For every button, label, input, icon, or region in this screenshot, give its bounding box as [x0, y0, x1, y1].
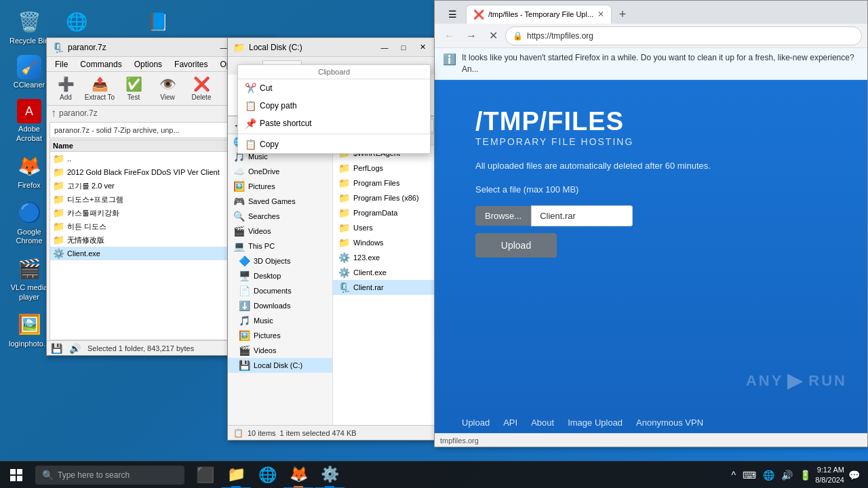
- zip-menu-file[interactable]: File: [50, 58, 73, 70]
- browser-sidebar-button[interactable]: ☰: [440, 5, 465, 24]
- browser-window: ☰ ❌ /tmp/files - Temporary File Upl... ✕…: [434, 0, 868, 447]
- copy-menu-item[interactable]: 📋 Copy: [238, 136, 430, 153]
- forward-button[interactable]: →: [462, 26, 481, 45]
- taskbar-firefox[interactable]: 🦊: [283, 462, 313, 489]
- zip-add-button[interactable]: ➕ Add: [50, 74, 82, 104]
- tab-title: /tmp/files - Temporary File Upl...: [488, 10, 593, 18]
- sidebar-item-3d-objects[interactable]: 🔷 3D Objects: [228, 253, 332, 268]
- word-icon[interactable]: 📘: [141, 5, 175, 38]
- explorer-maximize-button[interactable]: □: [395, 41, 412, 54]
- table-row[interactable]: ⚙️ Client.exe: [333, 265, 437, 280]
- zip-menu-options[interactable]: Options: [129, 58, 167, 70]
- footer-api-link[interactable]: API: [503, 418, 517, 428]
- loginphoto-label: loginphoto...: [9, 340, 50, 348]
- zip-up-button[interactable]: ↑: [51, 107, 56, 119]
- taskbar-anyrun[interactable]: ⚙️: [315, 462, 344, 489]
- zip-extract-button[interactable]: 📤 Extract To: [83, 74, 116, 104]
- sidebar-item-saved-games[interactable]: 🎮 Saved Games: [228, 194, 332, 209]
- table-row[interactable]: 📁 ProgramData: [333, 205, 437, 220]
- cut-menu-item[interactable]: ✂️ Cut: [238, 79, 430, 97]
- select-file-label: Select a file (max 100 MB): [475, 184, 633, 195]
- sidebar-item-this-pc[interactable]: 💻 This PC: [228, 239, 332, 253]
- folder-icon: 📁: [338, 192, 350, 203]
- recycle-bin-label: Recycle Bin: [9, 37, 49, 45]
- footer-image-upload-link[interactable]: Image Upload: [568, 418, 623, 428]
- sidebar-item-videos2[interactable]: 🎬 Videos: [228, 343, 332, 358]
- browser-active-tab[interactable]: ❌ /tmp/files - Temporary File Upl... ✕: [466, 5, 612, 24]
- sidebar-item-videos[interactable]: 🎬 Videos: [228, 224, 332, 239]
- edge-taskbar-icon[interactable]: 🌐: [60, 5, 94, 38]
- zip-test-button[interactable]: ✅ Test: [117, 74, 150, 104]
- start-button[interactable]: [0, 462, 33, 489]
- clipboard-popup: Clipboard ✂️ Cut 📋 Copy path 📌 Paste sho…: [237, 64, 431, 154]
- folder-icon: 📁: [53, 180, 64, 191]
- sidebar-item-pictures[interactable]: 🖼️ Pictures: [228, 179, 332, 194]
- explorer-minimize-button[interactable]: —: [376, 41, 393, 54]
- copy-path-label: Copy path: [260, 101, 423, 110]
- sidebar-item-music2[interactable]: 🎵 Music: [228, 313, 332, 328]
- notification-icon[interactable]: 💬: [847, 470, 861, 481]
- footer-vpn-link[interactable]: Anonymous VPN: [636, 418, 703, 428]
- taskbar-search-box[interactable]: 🔍: [35, 466, 184, 485]
- page-title: /TMP/FILES: [475, 107, 624, 136]
- reload-stop-button[interactable]: ✕: [484, 26, 502, 45]
- explorer-title-bar: 📁 Local Disk (C:) — □ ✕: [228, 38, 437, 57]
- table-row[interactable]: 📁 Program Files: [333, 176, 437, 190]
- vlc-label: VLC media player: [8, 283, 50, 301]
- taskbar-file-explorer[interactable]: 📁: [221, 462, 251, 489]
- new-tab-button[interactable]: +: [613, 5, 632, 24]
- explorer-files: Name 📁 $WinREAgent 📁 PerfLogs 📁 Program …: [333, 134, 437, 425]
- table-row[interactable]: 🗜️ Client.rar: [333, 280, 437, 295]
- chrome-label: Google Chrome: [8, 228, 50, 245]
- sidebar-item-searches[interactable]: 🔍 Searches: [228, 209, 332, 224]
- copy-path-menu-item[interactable]: 📋 Copy path: [238, 97, 430, 115]
- taskbar-task-view[interactable]: ⬛: [190, 462, 220, 489]
- taskbar-edge[interactable]: 🌐: [252, 462, 282, 489]
- volume-icon[interactable]: 🔊: [780, 470, 794, 481]
- desktop-folder-icon: 🖥️: [239, 270, 250, 281]
- table-row[interactable]: 📁 Windows: [333, 235, 437, 250]
- sidebar-item-pictures2[interactable]: 🖼️ Pictures: [228, 328, 332, 343]
- table-row[interactable]: 📁 Users: [333, 220, 437, 235]
- footer-about-link[interactable]: About: [531, 418, 554, 428]
- paste-shortcut-icon: 📌: [245, 118, 256, 129]
- zip-test-label: Test: [127, 94, 140, 101]
- sidebar-item-downloads[interactable]: ⬇️ Downloads: [228, 298, 332, 313]
- table-row[interactable]: 📁 PerfLogs: [333, 161, 437, 176]
- sidebar-item-documents[interactable]: 📄 Documents: [228, 283, 332, 298]
- folder-icon: 📁: [53, 235, 64, 245]
- explorer-close-button[interactable]: ✕: [414, 41, 431, 54]
- file-name: Users: [353, 224, 431, 232]
- system-clock[interactable]: 9:12 AM 8/8/2024: [815, 465, 844, 485]
- folder-icon: 📁: [338, 222, 350, 233]
- sidebar-item-local-disk[interactable]: 💾 Local Disk (C:): [228, 358, 332, 373]
- network-icon[interactable]: 🌐: [762, 470, 776, 481]
- search-input[interactable]: [58, 470, 166, 480]
- cut-icon: ✂️: [245, 83, 256, 94]
- firefox-label: Firefox: [18, 181, 41, 190]
- zip-view-label: View: [160, 94, 175, 101]
- documents-icon: 📄: [239, 285, 250, 296]
- sidebar-item-onedrive[interactable]: ☁️ OneDrive: [228, 164, 332, 179]
- browse-button[interactable]: Browse...: [475, 206, 531, 226]
- zip-delete-button[interactable]: ❌ Delete: [185, 74, 218, 104]
- back-button[interactable]: ←: [440, 26, 459, 45]
- zip-view-button[interactable]: 👁️ View: [151, 74, 184, 104]
- zip-menu-commands[interactable]: Commands: [75, 58, 127, 70]
- sidebar-item-desktop[interactable]: 🖥️ Desktop: [228, 268, 332, 283]
- exe-icon: ⚙️: [53, 248, 64, 259]
- tray-arrow[interactable]: ^: [730, 470, 738, 481]
- keyboard-icon[interactable]: ⌨: [741, 470, 757, 481]
- zip-add-label: Add: [60, 94, 72, 101]
- address-bar[interactable]: 🔒 https://tmpfiles.org: [505, 26, 862, 45]
- table-row[interactable]: ⚙️ 123.exe: [333, 250, 437, 265]
- browser-navbar: ← → ✕ 🔒 https://tmpfiles.org: [435, 24, 867, 48]
- zip-menu-favorites[interactable]: Favorites: [169, 58, 213, 70]
- paste-shortcut-menu-item[interactable]: 📌 Paste shortcut: [238, 115, 430, 132]
- upload-button[interactable]: Upload: [475, 233, 557, 258]
- footer-upload-link[interactable]: Upload: [462, 418, 490, 428]
- zip-delete-label: Delete: [192, 94, 212, 101]
- table-row[interactable]: 📁 Program Files (x86): [333, 190, 437, 205]
- tab-close-button[interactable]: ✕: [597, 9, 604, 19]
- anyrun-logo: ANY ▶ RUN: [746, 369, 847, 392]
